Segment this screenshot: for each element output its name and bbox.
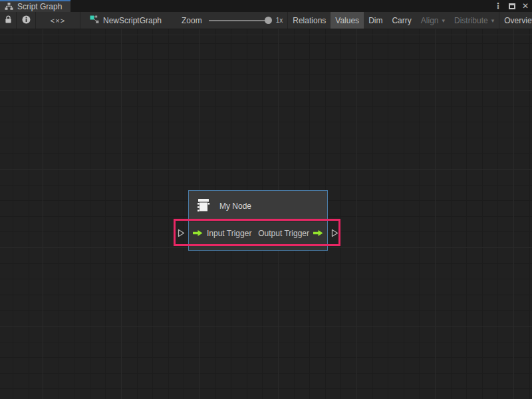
more-menu-button[interactable]: ⋮ xyxy=(494,2,502,10)
dim-button[interactable]: Dim xyxy=(364,12,387,29)
zoom-value: 1x xyxy=(276,17,283,24)
zoom-slider-track xyxy=(209,20,270,21)
node-my-node[interactable]: My Node Input Trigger Output Trigger xyxy=(188,190,328,251)
node-header[interactable]: My Node xyxy=(189,191,327,221)
graph-asset-icon xyxy=(90,15,99,27)
input-port-triangle[interactable] xyxy=(177,228,186,238)
overview-button[interactable]: Overview xyxy=(499,12,532,29)
hierarchy-icon xyxy=(5,1,13,13)
align-dropdown[interactable]: Align ▾ xyxy=(416,12,450,29)
close-button[interactable]: ✕ xyxy=(522,2,529,10)
zoom-label: Zoom xyxy=(182,16,202,25)
carry-button[interactable]: Carry xyxy=(387,12,416,29)
zoom-slider-knob[interactable] xyxy=(265,17,272,24)
node-title: My Node xyxy=(219,201,251,211)
toolbar: <×> NewScriptGraph Zoom 1x Relations Val… xyxy=(0,12,532,29)
window-controls: ⋮ ✕ xyxy=(494,0,529,12)
distribute-dropdown[interactable]: Distribute ▾ xyxy=(450,12,499,29)
distribute-label: Distribute xyxy=(454,16,488,25)
graph-name-label: NewScriptGraph xyxy=(103,16,162,25)
output-port-triangle[interactable] xyxy=(331,228,339,238)
values-button[interactable]: Values xyxy=(331,12,364,29)
flow-arrow-icon xyxy=(193,229,203,237)
code-view-icon: <×> xyxy=(51,17,65,25)
lock-button[interactable] xyxy=(0,12,16,29)
tab-script-graph[interactable]: Script Graph xyxy=(0,0,70,12)
code-view-button[interactable]: <×> xyxy=(36,12,80,29)
script-graph-window: Script Graph ⋮ ✕ xyxy=(0,0,532,399)
toolbar-separator xyxy=(80,12,80,29)
flow-arrow-icon xyxy=(313,229,323,237)
lock-icon xyxy=(5,15,12,26)
tab-bar: Script Graph ⋮ ✕ xyxy=(0,0,532,12)
output-trigger-label: Output Trigger xyxy=(258,229,309,238)
relations-button[interactable]: Relations xyxy=(288,12,331,29)
info-icon xyxy=(22,15,31,26)
chevron-down-icon: ▾ xyxy=(442,17,445,24)
graph-breadcrumb[interactable]: NewScriptGraph xyxy=(90,12,162,29)
zoom-slider[interactable] xyxy=(209,12,273,29)
maximize-icon xyxy=(509,3,515,9)
maximize-button[interactable] xyxy=(509,0,515,12)
inspector-button[interactable] xyxy=(17,12,35,29)
tab-label: Script Graph xyxy=(17,2,62,11)
graph-canvas[interactable]: My Node Input Trigger Output Trigger xyxy=(0,29,532,399)
node-port-row: Input Trigger Output Trigger xyxy=(189,222,327,244)
node-icon xyxy=(195,196,212,216)
align-label: Align xyxy=(421,16,439,25)
output-trigger-port[interactable]: Output Trigger xyxy=(258,229,323,238)
input-trigger-port[interactable]: Input Trigger xyxy=(193,229,251,238)
input-trigger-label: Input Trigger xyxy=(207,229,251,238)
chevron-down-icon: ▾ xyxy=(491,17,495,24)
